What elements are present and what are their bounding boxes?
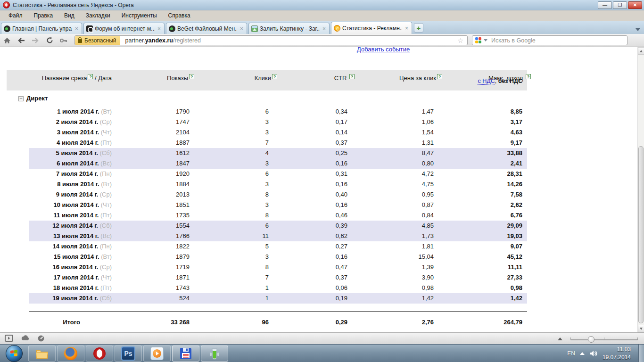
row-cpc-cell: 1,81	[363, 243, 434, 250]
zoom-slider-handle[interactable]	[588, 336, 594, 343]
browser-tab[interactable]: BeGet Файловый Мен...×	[166, 23, 247, 34]
tab-close-icon[interactable]: ×	[157, 25, 162, 32]
add-event-link[interactable]: Добавить событие	[357, 47, 410, 53]
help-icon[interactable]: ?	[88, 74, 93, 79]
total-cpc: 2,76	[363, 319, 434, 326]
tab-list-chevron-icon[interactable]	[636, 28, 640, 31]
taskbar-photoshop-button[interactable]: Ps	[115, 346, 142, 362]
help-icon[interactable]: ?	[526, 74, 531, 79]
table-row: 14 июля 2014 г. (Пн)182250,271,819,07	[7, 241, 527, 252]
help-icon[interactable]: ?	[437, 74, 442, 79]
browser-tab[interactable]: Главная | Панель упра...×	[1, 23, 82, 34]
taskbar-save-app-button[interactable]	[172, 346, 199, 362]
volume-icon[interactable]	[589, 350, 598, 357]
security-badge[interactable]: Безопасный	[75, 36, 120, 45]
menu-item-Инструменты[interactable]: Инструменты	[116, 11, 163, 20]
total-ctr: 0,29	[277, 319, 347, 326]
browser-tab[interactable]: Статистика - Рекламн...×	[331, 22, 412, 34]
row-clicks-cell: 8	[198, 263, 269, 271]
row-ctr-cell: 0,37	[277, 274, 347, 281]
row-cpc-cell: 4,75	[363, 181, 434, 188]
collapse-icon[interactable]: −	[18, 96, 24, 101]
minimize-button[interactable]: —	[598, 1, 612, 9]
browser-tab[interactable]: Залить Картинку - Заг...×	[248, 23, 330, 34]
new-tab-button[interactable]: +	[414, 23, 423, 33]
row-clicks-cell: 3	[198, 129, 269, 136]
row-ctr-cell: 0,62	[277, 232, 347, 239]
taskbar-media-player-button[interactable]	[143, 346, 171, 362]
row-shows-cell: 1719	[119, 263, 190, 271]
table-row: 16 июля 2014 г. (Ср)171980,471,3911,11	[7, 262, 527, 272]
row-ctr-cell: 0,47	[277, 263, 347, 271]
key-wand-icon	[59, 37, 68, 44]
address-bar-input[interactable]: Безопасный partner.yandex.ru/registered …	[74, 35, 468, 45]
unite-cloud-button[interactable]	[21, 335, 30, 343]
table-row: 7 июля 2014 г. (Пн)192060,314,7228,31	[7, 169, 527, 179]
wand-button[interactable]	[57, 35, 71, 46]
turbo-button[interactable]	[37, 335, 45, 344]
table-row: 6 июля 2014 г. (Вс)184730,160,802,41	[7, 158, 527, 169]
help-icon[interactable]: ?	[189, 74, 194, 79]
row-income-cell: 8,85	[452, 108, 522, 115]
bookmark-star-icon[interactable]: ☆	[454, 37, 467, 44]
scroll-down-arrow-icon[interactable]	[638, 325, 644, 332]
menu-item-Файл[interactable]: Файл	[3, 11, 28, 20]
forward-icon	[31, 37, 40, 44]
windows-flag-icon	[10, 350, 18, 357]
row-shows-cell: 1879	[119, 253, 190, 260]
taskbar-firefox-button[interactable]	[57, 346, 84, 362]
table-row: 12 июля 2014 г. (Сб)155460,394,8529,09	[7, 221, 527, 231]
tab-close-icon[interactable]: ×	[404, 25, 409, 32]
help-icon[interactable]: ?	[349, 74, 355, 79]
zoom-menu-arrow-icon[interactable]	[558, 337, 562, 340]
row-cpc-cell: 1,54	[363, 129, 434, 136]
vat-without-label: без НДС	[498, 78, 522, 84]
panels-toggle-button[interactable]	[5, 335, 13, 344]
start-button[interactable]	[6, 345, 23, 362]
row-income-cell: 3,17	[452, 118, 522, 125]
search-input[interactable]: Искать в Google	[472, 35, 627, 45]
language-indicator[interactable]: EN	[567, 350, 575, 357]
tab-close-icon[interactable]: ×	[239, 25, 244, 32]
tray-expand-icon[interactable]	[580, 352, 585, 355]
reload-button[interactable]	[42, 35, 57, 46]
browser-tab[interactable]: Форум об интернет-м...×	[83, 23, 165, 34]
tray-clock[interactable]: 11:03 19.07.2014	[603, 346, 631, 361]
forward-button[interactable]	[28, 35, 42, 46]
row-cpc-cell: 0,87	[363, 201, 434, 208]
show-desktop-button[interactable]	[638, 345, 644, 362]
row-clicks-cell: 7	[198, 274, 269, 281]
firefox-icon	[64, 347, 77, 360]
zoom-slider[interactable]	[570, 339, 638, 340]
menu-item-Правка[interactable]: Правка	[28, 11, 59, 20]
taskbar-opera-button[interactable]	[86, 346, 113, 362]
scrollbar-thumb[interactable]	[638, 146, 644, 323]
menu-item-Закладки[interactable]: Закладки	[80, 11, 116, 20]
home-button[interactable]	[0, 35, 14, 46]
close-button[interactable]: ✕	[628, 1, 642, 9]
menu-item-Справка[interactable]: Справка	[163, 11, 196, 20]
total-label: Итого	[29, 319, 80, 326]
row-shows-cell: 2104	[119, 129, 190, 136]
row-income-cell: 29,09	[452, 222, 522, 229]
row-date-cell: 17 июля 2014 г. (Чт)	[7, 274, 112, 281]
vat-with-link[interactable]: с НДС	[478, 78, 495, 85]
col-header-slice-date: Название среза? / Дата	[7, 74, 112, 82]
page-scrollbar[interactable]	[637, 47, 644, 332]
menu-item-Вид[interactable]: Вид	[58, 11, 80, 20]
desktop-screen: Статистика - Рекламная сеть Яндекса - Op…	[0, 0, 644, 362]
row-date-cell: 7 июля 2014 г. (Пн)	[7, 170, 112, 177]
search-engine-dropdown-icon[interactable]	[484, 39, 487, 41]
row-cpc-cell: 1,47	[363, 108, 434, 115]
taskbar-explorer-button[interactable]	[28, 346, 56, 362]
restore-button[interactable]: ❐	[613, 1, 627, 9]
row-cpc-cell: 4,72	[363, 170, 434, 177]
tab-close-icon[interactable]: ×	[74, 25, 79, 32]
taskbar-uploader-app-button[interactable]	[201, 346, 228, 362]
total-income: 264,79	[452, 319, 522, 326]
table-row: 8 июля 2014 г. (Вт)188430,164,7514,26	[7, 179, 527, 189]
tab-close-icon[interactable]: ×	[322, 25, 327, 32]
scroll-up-arrow-icon[interactable]	[638, 47, 644, 55]
back-button[interactable]	[14, 35, 28, 46]
picture-favicon	[251, 25, 258, 32]
